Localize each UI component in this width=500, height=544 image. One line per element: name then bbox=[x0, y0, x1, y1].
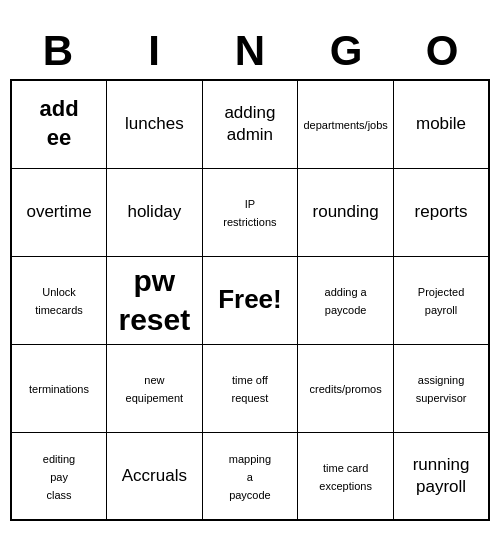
bingo-cell: lunches bbox=[107, 80, 203, 168]
bingo-cell: editing pay class bbox=[11, 432, 107, 520]
cell-content: rounding bbox=[313, 202, 379, 221]
bingo-header: BINGO bbox=[10, 23, 490, 79]
bingo-cell: IP restrictions bbox=[202, 168, 297, 256]
header-letter: O bbox=[394, 23, 490, 79]
bingo-cell: mapping a paycode bbox=[202, 432, 297, 520]
bingo-card: BINGO add eelunchesadding admindepartmen… bbox=[10, 23, 490, 521]
bingo-cell: overtime bbox=[11, 168, 107, 256]
cell-content: IP restrictions bbox=[223, 198, 276, 228]
bingo-cell: pw reset bbox=[107, 256, 203, 344]
bingo-cell: terminations bbox=[11, 344, 107, 432]
bingo-row: overtimeholidayIP restrictionsroundingre… bbox=[11, 168, 489, 256]
bingo-cell: running payroll bbox=[394, 432, 489, 520]
bingo-cell: time off request bbox=[202, 344, 297, 432]
cell-content: time off request bbox=[232, 374, 269, 404]
bingo-cell: reports bbox=[394, 168, 489, 256]
cell-content: mapping a paycode bbox=[229, 453, 271, 501]
bingo-cell: Unlock timecards bbox=[11, 256, 107, 344]
header-letter: G bbox=[298, 23, 394, 79]
cell-content: Unlock timecards bbox=[35, 286, 83, 316]
cell-content: credits/promos bbox=[310, 383, 382, 395]
cell-content: overtime bbox=[26, 202, 91, 221]
cell-content: Accruals bbox=[122, 466, 187, 485]
bingo-cell: Projected payroll bbox=[394, 256, 489, 344]
bingo-cell: rounding bbox=[298, 168, 394, 256]
cell-content: assigning supervisor bbox=[416, 374, 467, 404]
header-letter: N bbox=[202, 23, 298, 79]
bingo-cell: add ee bbox=[11, 80, 107, 168]
cell-content: departments/jobs bbox=[303, 119, 387, 131]
bingo-cell: holiday bbox=[107, 168, 203, 256]
bingo-grid: add eelunchesadding admindepartments/job… bbox=[10, 79, 490, 521]
bingo-cell: adding a paycode bbox=[298, 256, 394, 344]
cell-content: Projected payroll bbox=[418, 286, 464, 316]
bingo-cell: credits/promos bbox=[298, 344, 394, 432]
cell-content: lunches bbox=[125, 114, 184, 133]
bingo-cell: new equipement bbox=[107, 344, 203, 432]
cell-content: time card exceptions bbox=[319, 462, 372, 492]
cell-content: terminations bbox=[29, 383, 89, 395]
cell-content: pw reset bbox=[119, 264, 191, 336]
bingo-cell: Accruals bbox=[107, 432, 203, 520]
header-letter: I bbox=[106, 23, 202, 79]
header-letter: B bbox=[10, 23, 106, 79]
bingo-cell: mobile bbox=[394, 80, 489, 168]
cell-content: add ee bbox=[39, 96, 78, 150]
cell-content: holiday bbox=[127, 202, 181, 221]
bingo-cell: adding admin bbox=[202, 80, 297, 168]
cell-content: adding a paycode bbox=[325, 286, 367, 316]
cell-content: running payroll bbox=[413, 455, 470, 496]
bingo-row: Unlock timecardspw resetFree!adding a pa… bbox=[11, 256, 489, 344]
cell-content: new equipement bbox=[126, 374, 184, 404]
cell-content: reports bbox=[415, 202, 468, 221]
cell-content: Free! bbox=[218, 284, 282, 314]
cell-content: adding admin bbox=[224, 103, 275, 144]
bingo-cell: time card exceptions bbox=[298, 432, 394, 520]
bingo-row: add eelunchesadding admindepartments/job… bbox=[11, 80, 489, 168]
bingo-cell: assigning supervisor bbox=[394, 344, 489, 432]
bingo-cell: Free! bbox=[202, 256, 297, 344]
cell-content: mobile bbox=[416, 114, 466, 133]
cell-content: editing pay class bbox=[43, 453, 75, 501]
bingo-row: editing pay classAccrualsmapping a payco… bbox=[11, 432, 489, 520]
bingo-row: terminationsnew equipementtime off reque… bbox=[11, 344, 489, 432]
bingo-cell: departments/jobs bbox=[298, 80, 394, 168]
